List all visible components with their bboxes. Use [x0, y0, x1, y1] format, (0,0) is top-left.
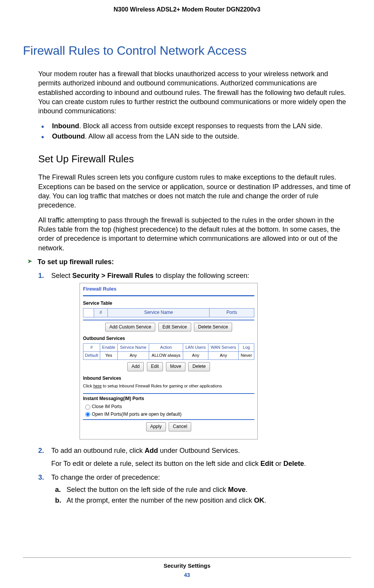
- move-button[interactable]: Move: [166, 362, 185, 371]
- t: Select the button on the left side of th…: [67, 486, 228, 493]
- apply-cancel-row: Apply Cancel: [83, 422, 254, 431]
- page-footer: Security Settings 43: [0, 557, 374, 578]
- col-service-name: Service Name: [117, 344, 149, 352]
- divider: [83, 419, 254, 420]
- t: or: [273, 460, 283, 467]
- close-im-ports-radio[interactable]: Close IM Ports: [85, 403, 254, 410]
- intro-paragraph: Your modem router has a firewall that bl…: [38, 69, 351, 116]
- step-text: To change the order of precedence:: [51, 474, 160, 481]
- service-table-heading: Service Table: [83, 300, 254, 307]
- step-number: 1.: [38, 271, 44, 281]
- sub-step-b: b. At the prompt, enter the number of th…: [55, 495, 351, 505]
- step-text: under Outbound Services.: [158, 447, 240, 454]
- inbound-heading: Inbound Services: [83, 375, 254, 382]
- delete-button[interactable]: Delete: [188, 362, 210, 371]
- list-item: Inbound. Block all access from outside e…: [38, 121, 351, 131]
- outbound-buttons-row: Add Edit Move Delete: [83, 362, 254, 371]
- list-item: Outbound. Allow all access from the LAN …: [38, 131, 351, 142]
- delete-service-button[interactable]: Delete Service: [194, 323, 232, 332]
- default-rules-list: Inbound. Block all access from outside e…: [38, 121, 351, 142]
- cancel-button[interactable]: Cancel: [169, 422, 191, 431]
- footer-rule: [23, 557, 351, 558]
- t: .: [304, 460, 306, 467]
- footer-section: Security Settings: [0, 562, 374, 569]
- step-bold: Security > Firewall Rules: [72, 272, 154, 279]
- hint-post: to setup Inbound Firewall Rules for gami…: [102, 384, 222, 388]
- open-im-ports-radio[interactable]: Open IM Ports(IM ports are open by defau…: [85, 411, 254, 418]
- cell-log: Never: [239, 352, 254, 360]
- paragraph: All traffic attempting to pass through t…: [38, 216, 351, 253]
- step-text: to display the following screen:: [154, 272, 249, 279]
- radio-input[interactable]: [85, 405, 90, 410]
- col-hash: #: [83, 344, 100, 352]
- step-bold: Add: [145, 447, 158, 454]
- inbound-label: Inbound: [52, 122, 79, 130]
- col-service-name: Service Name: [108, 309, 210, 317]
- section-heading-h2: Set Up Firewall Rules: [38, 153, 351, 165]
- step-text: To add an outbound rule, click: [51, 447, 145, 454]
- col-action: Action: [149, 344, 183, 352]
- inbound-here-link[interactable]: here: [93, 384, 102, 388]
- sub-steps: a. Select the button on the left side of…: [55, 485, 351, 505]
- t: .: [264, 497, 266, 504]
- steps-list: 1. Select Security > Firewall Rules to d…: [38, 271, 351, 505]
- edit-button[interactable]: Edit: [147, 362, 163, 371]
- step-sub-paragraph: For To edit or delete a rule, select its…: [51, 459, 351, 469]
- cell-enable: Yes: [100, 352, 117, 360]
- sub-marker: a.: [55, 485, 61, 495]
- inbound-text: . Block all access from outside except r…: [79, 122, 322, 130]
- col-ports: Ports: [210, 309, 254, 317]
- inbound-hint: Click here to setup Inbound Firewall Rul…: [83, 383, 254, 389]
- cell-hash: Default: [83, 352, 100, 360]
- sub-step-a: a. Select the button on the left side of…: [55, 485, 351, 495]
- radio-input[interactable]: [85, 412, 90, 417]
- outbound-label: Outbound: [52, 132, 85, 140]
- t: At the prompt, enter the number of the n…: [67, 497, 254, 504]
- divider: [83, 295, 254, 296]
- b: Edit: [260, 460, 273, 467]
- im-heading: Instant Messaging(IM) Ports: [83, 395, 254, 402]
- edit-service-button[interactable]: Edit Service: [158, 323, 191, 332]
- task-heading: To set up firewall rules:: [28, 258, 351, 266]
- t: For To edit or delete a rule, select its…: [51, 460, 260, 467]
- cell-name: Any: [117, 352, 149, 360]
- t: .: [246, 486, 247, 493]
- paragraph: The Firewall Rules screen lets you confi…: [38, 173, 351, 210]
- step-1: 1. Select Security > Firewall Rules to d…: [38, 271, 351, 439]
- col-enable: Enable: [100, 344, 117, 352]
- table-row: Default Yes Any ALLOW always Any Any Nev…: [83, 352, 254, 360]
- service-buttons-row: Add Custom Service Edit Service Delete S…: [83, 323, 254, 332]
- cell-lan: Any: [183, 352, 208, 360]
- col-wan-servers: WAN Servers: [208, 344, 239, 352]
- outbound-heading: Outbound Services: [83, 335, 254, 342]
- footer-page-number: 43: [0, 572, 374, 578]
- cell-wan: Any: [208, 352, 239, 360]
- running-header: N300 Wireless ADSL2+ Modem Router DGN220…: [23, 0, 351, 13]
- apply-button[interactable]: Apply: [146, 422, 166, 431]
- cell-action: ALLOW always: [149, 352, 183, 360]
- radio-label: Open IM Ports(IM ports are open by defau…: [92, 411, 182, 418]
- panel-title: Firewall Rules: [83, 286, 254, 293]
- radio-label: Close IM Ports: [92, 403, 122, 410]
- add-custom-service-button[interactable]: Add Custom Service: [105, 323, 155, 332]
- step-2: 2. To add an outbound rule, click Add un…: [38, 446, 351, 469]
- hint-pre: Click: [83, 384, 93, 388]
- step-number: 3.: [38, 472, 44, 482]
- step-number: 2.: [38, 446, 44, 456]
- col-checkbox: [83, 309, 94, 317]
- divider: [83, 393, 254, 394]
- b: Delete: [283, 460, 304, 467]
- col-hash: #: [94, 309, 108, 317]
- step-text: Select: [51, 272, 72, 279]
- service-table: # Service Name Ports: [83, 308, 254, 317]
- firewall-rules-panel: Firewall Rules Service Table # Service N…: [80, 283, 258, 439]
- step-3: 3. To change the order of precedence: a.…: [38, 472, 351, 505]
- add-button[interactable]: Add: [127, 362, 144, 371]
- sub-marker: b.: [55, 495, 61, 505]
- col-lan-users: LAN Users: [183, 344, 208, 352]
- col-log: Log: [239, 344, 254, 352]
- page-heading-h1: Firewall Rules to Control Network Access: [23, 44, 351, 58]
- b: Move: [228, 486, 246, 493]
- outbound-table: # Enable Service Name Action LAN Users W…: [83, 343, 254, 360]
- divider: [83, 320, 254, 320]
